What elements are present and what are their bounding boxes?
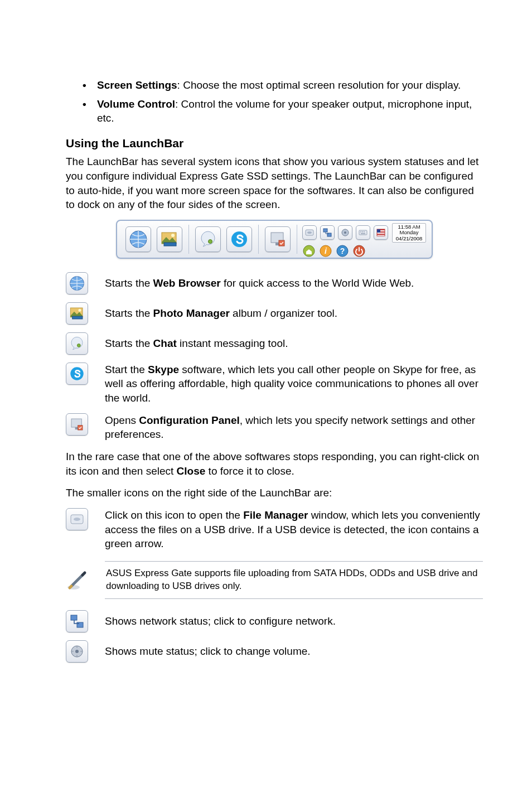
photo-icon bbox=[159, 229, 180, 249]
config-icon bbox=[69, 416, 85, 433]
row-skype: Start the Skype software, which lets you… bbox=[66, 363, 483, 405]
svg-point-50 bbox=[75, 650, 79, 653]
svg-rect-18 bbox=[360, 231, 361, 233]
pen-note-icon bbox=[66, 569, 88, 592]
row-file-manager: Click on this icon to open the File Mana… bbox=[66, 508, 483, 551]
row-text-term: Web Browser bbox=[153, 277, 221, 289]
svg-rect-20 bbox=[364, 231, 365, 233]
volume-status-button[interactable] bbox=[338, 225, 352, 240]
svg-point-38 bbox=[71, 337, 83, 348]
home-button[interactable] bbox=[302, 244, 316, 258]
svg-rect-17 bbox=[359, 230, 367, 235]
home-icon bbox=[303, 245, 315, 257]
config-panel-button[interactable] bbox=[66, 413, 88, 436]
svg-point-39 bbox=[77, 344, 80, 347]
chat-button[interactable] bbox=[195, 226, 221, 252]
chat-button[interactable] bbox=[66, 332, 88, 355]
globe-icon bbox=[69, 275, 85, 292]
photo-manager-button[interactable] bbox=[66, 302, 88, 325]
row-config: Opens Configuration Panel, which lets yo… bbox=[66, 413, 483, 442]
svg-rect-9 bbox=[275, 243, 279, 245]
row-text-post: instant messaging tool. bbox=[177, 337, 288, 349]
skype-button[interactable] bbox=[66, 363, 88, 385]
bullet-dot: • bbox=[83, 78, 97, 93]
row-text: Shows mute status; click to change volum… bbox=[105, 644, 483, 659]
info-button[interactable]: i bbox=[319, 244, 332, 258]
row-text-pre: Click on this icon to open the bbox=[105, 509, 243, 521]
svg-point-5 bbox=[201, 231, 215, 245]
help-button[interactable]: ? bbox=[336, 244, 349, 258]
language-button[interactable] bbox=[374, 225, 388, 240]
row-text-term: File Manager bbox=[243, 509, 308, 521]
file-manager-icon bbox=[69, 511, 85, 527]
bullet-screen-settings: • Screen Settings: Choose the most optim… bbox=[83, 78, 483, 93]
flag-icon bbox=[376, 228, 386, 238]
svg-rect-42 bbox=[75, 427, 78, 429]
row-photo-manager: Starts the Photo Manager album / organiz… bbox=[66, 302, 483, 325]
clock-date: 04/21/2008 bbox=[396, 236, 423, 241]
config-icon bbox=[268, 229, 288, 249]
file-manager-button[interactable] bbox=[302, 225, 317, 240]
skype-button[interactable] bbox=[226, 226, 252, 252]
note-row: ASUS Express Gate supports file uploadin… bbox=[66, 559, 483, 607]
svg-rect-21 bbox=[361, 233, 365, 234]
svg-rect-37 bbox=[72, 316, 83, 319]
svg-rect-4 bbox=[164, 243, 176, 246]
svg-point-3 bbox=[171, 234, 175, 237]
row-network: Shows network status; click to configure… bbox=[66, 610, 483, 632]
row-text-pre: Starts the bbox=[105, 337, 153, 349]
network-icon bbox=[69, 613, 85, 629]
chat-icon bbox=[198, 229, 218, 249]
row-text-term: Photo Manager bbox=[153, 307, 230, 319]
svg-rect-13 bbox=[323, 229, 327, 232]
row-text-post: for quick access to the World Wide Web. bbox=[221, 277, 414, 289]
skype-icon bbox=[229, 229, 249, 249]
volume-icon bbox=[69, 644, 85, 659]
smaller-paragraph: The smaller icons on the right side of t… bbox=[66, 486, 483, 500]
note-text: ASUS Express Gate supports file uploadin… bbox=[105, 561, 483, 599]
row-text-term: Chat bbox=[153, 337, 177, 349]
bullet-term: Screen Settings bbox=[97, 79, 177, 91]
svg-rect-26 bbox=[377, 229, 380, 233]
section-heading: Using the LaunchBar bbox=[66, 136, 483, 151]
keyboard-button[interactable] bbox=[356, 225, 370, 240]
photo-icon bbox=[69, 305, 85, 322]
web-browser-button[interactable] bbox=[66, 272, 88, 294]
network-status-button[interactable] bbox=[66, 610, 88, 632]
web-browser-button[interactable] bbox=[125, 226, 151, 252]
row-text-pre: Opens bbox=[105, 414, 139, 426]
launchbar: 11:58 AM Monday 04/21/2008 bbox=[116, 220, 433, 259]
keyboard-icon bbox=[358, 228, 368, 238]
intro-paragraph: The LaunchBar has several system icons t… bbox=[66, 154, 483, 212]
network-icon bbox=[322, 228, 332, 238]
svg-rect-47 bbox=[71, 615, 77, 620]
bullet-volume-control: • Volume Control: Control the volume for… bbox=[83, 97, 483, 125]
photo-manager-button[interactable] bbox=[157, 226, 182, 252]
network-status-button[interactable] bbox=[320, 225, 335, 240]
row-text-term: Configuration Panel bbox=[139, 414, 240, 426]
volume-icon bbox=[340, 228, 350, 238]
row-text: Shows network status; click to configure… bbox=[105, 614, 483, 629]
svg-point-6 bbox=[208, 239, 212, 243]
row-mute: Shows mute status; click to change volum… bbox=[66, 640, 483, 663]
file-manager-button[interactable] bbox=[66, 508, 88, 530]
bullet-text: : Choose the most optimal screen resolut… bbox=[177, 79, 461, 91]
info-icon: i bbox=[320, 245, 332, 257]
row-text-post: album / organizer tool. bbox=[230, 307, 337, 319]
chat-icon bbox=[69, 335, 85, 352]
close-paragraph: In the rare case that one of the above s… bbox=[66, 450, 483, 478]
svg-point-16 bbox=[344, 231, 346, 234]
row-chat: Starts the Chat instant messaging tool. bbox=[66, 332, 483, 355]
config-panel-button[interactable] bbox=[265, 226, 291, 252]
power-button[interactable] bbox=[352, 244, 366, 258]
bullet-dot: • bbox=[83, 97, 97, 125]
skype-icon bbox=[69, 365, 85, 382]
close-post: to force it to close. bbox=[205, 465, 294, 477]
row-text-term: Skype bbox=[148, 364, 179, 375]
power-icon bbox=[353, 245, 365, 257]
row-text-pre: Starts the bbox=[105, 307, 153, 319]
row-web-browser: Starts the Web Browser for quick access … bbox=[66, 272, 483, 294]
close-term: Close bbox=[177, 465, 206, 477]
svg-text:?: ? bbox=[340, 247, 345, 255]
volume-status-button[interactable] bbox=[66, 640, 88, 663]
